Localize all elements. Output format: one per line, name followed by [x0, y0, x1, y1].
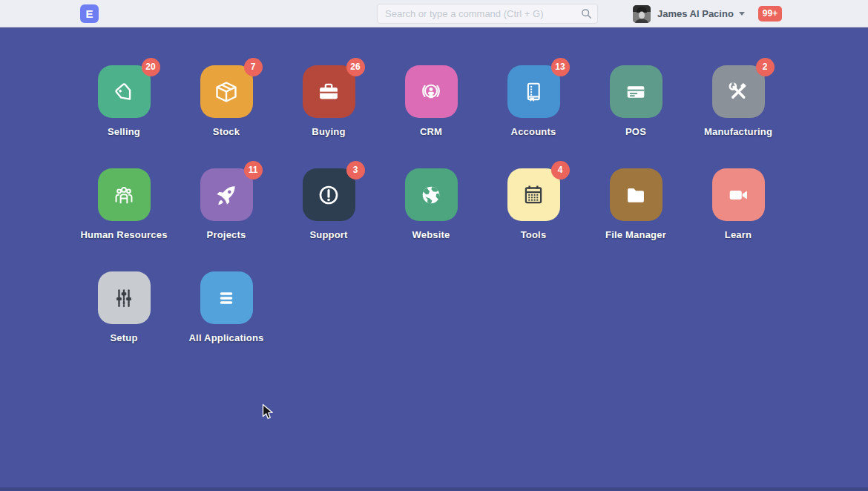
app-label: Learn: [725, 229, 752, 240]
app-label: CRM: [420, 126, 442, 137]
notification-count-badge: 7: [244, 58, 263, 76]
menu-icon: [212, 284, 240, 312]
app-tile-all-applications[interactable]: All Applications: [175, 271, 277, 343]
app-label: Website: [412, 229, 450, 240]
app-label: Tools: [521, 229, 547, 240]
notifications-badge[interactable]: 99+: [758, 6, 782, 22]
video-camera-icon: [724, 181, 752, 209]
tag-icon: [110, 78, 138, 106]
ledger-book-icon: [519, 78, 548, 106]
app-label: Support: [309, 229, 347, 240]
app-label: Buying: [312, 126, 345, 137]
folder-icon: [622, 181, 650, 209]
podcast-person-icon: [417, 78, 445, 106]
app-grid: 20 Selling 7 Stock 26 Buying CRM 13 Acco…: [73, 65, 792, 375]
notification-count-badge: 11: [244, 161, 263, 179]
app-tile-setup[interactable]: Setup: [73, 271, 175, 343]
app-tile-learn[interactable]: Learn: [687, 168, 789, 240]
notification-count-badge: 20: [142, 58, 160, 76]
app-label: Human Resources: [80, 229, 167, 240]
app-tile-crm[interactable]: CRM: [380, 65, 482, 137]
app-label: Setup: [110, 332, 137, 343]
app-tile-buying[interactable]: 26 Buying: [277, 65, 380, 137]
sliders-icon: [110, 284, 138, 312]
app-logo[interactable]: E: [80, 4, 99, 23]
briefcase-icon: [315, 78, 343, 106]
chevron-down-icon: [739, 12, 745, 16]
app-label: Stock: [213, 126, 240, 137]
wrench-screwdriver-icon: [724, 78, 752, 106]
app-label: All Applications: [189, 332, 264, 343]
app-tile-accounts[interactable]: 13 Accounts: [482, 65, 585, 137]
app-label: Projects: [207, 229, 246, 240]
app-tile-website[interactable]: Website: [380, 168, 482, 240]
notification-count-badge: 13: [551, 58, 570, 76]
box-icon: [212, 78, 240, 106]
people-group-icon: [110, 181, 138, 209]
search-input[interactable]: [377, 4, 598, 24]
desktop: 20 Selling 7 Stock 26 Buying CRM 13 Acco…: [0, 28, 868, 491]
bottom-edge: [0, 487, 868, 491]
avatar: [633, 5, 651, 23]
search-bar: [377, 4, 598, 24]
notification-count-badge: 26: [346, 58, 365, 76]
notification-count-badge: 2: [756, 58, 775, 76]
calendar-icon: [519, 181, 548, 209]
notification-count-badge: 4: [551, 161, 570, 179]
app-tile-support[interactable]: 3 Support: [277, 168, 380, 240]
app-tile-file-manager[interactable]: File Manager: [585, 168, 687, 240]
rocket-icon: [212, 181, 240, 209]
app-label: File Manager: [605, 229, 666, 240]
app-label: Accounts: [511, 126, 556, 137]
app-label: POS: [625, 126, 646, 137]
app-tile-stock[interactable]: 7 Stock: [175, 65, 277, 137]
app-tile-selling[interactable]: 20 Selling: [73, 65, 175, 137]
app-tile-human-resources[interactable]: Human Resources: [73, 168, 175, 240]
issue-exclamation-icon: [315, 181, 343, 209]
app-tile-pos[interactable]: POS: [585, 65, 687, 137]
credit-card-icon: [622, 78, 650, 106]
search-icon: [581, 8, 592, 19]
app-tile-manufacturing[interactable]: 2 Manufacturing: [687, 65, 789, 137]
user-name: James Al Pacino: [657, 8, 734, 19]
app-label: Selling: [108, 126, 140, 137]
notification-count-badge: 3: [346, 161, 365, 179]
app-tile-tools[interactable]: 4 Tools: [482, 168, 585, 240]
user-menu[interactable]: James Al Pacino: [633, 4, 745, 23]
app-tile-projects[interactable]: 11 Projects: [175, 168, 277, 240]
navbar: E James Al Pacino 99+: [0, 0, 868, 27]
globe-icon: [417, 181, 445, 209]
app-label: Manufacturing: [704, 126, 772, 137]
